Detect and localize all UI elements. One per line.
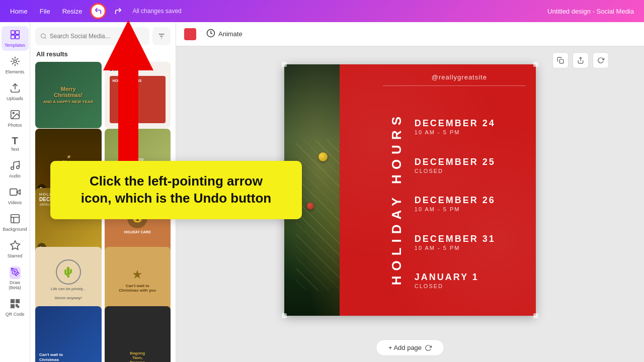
card-divider <box>383 85 526 86</box>
svg-point-7 <box>13 112 14 114</box>
schedule-entry-0: DECEMBER 24 10 AM - 5 PM <box>415 118 524 135</box>
sidebar: Templates Elements Uploads Photos T Text <box>0 22 30 362</box>
canvas-actions <box>552 52 609 68</box>
sidebar-item-videos[interactable]: Videos <box>2 184 29 208</box>
template-item[interactable]: ★ Can't wait toChristmas with you <box>105 247 171 313</box>
animate-button[interactable]: Animate <box>202 27 247 42</box>
svg-marker-13 <box>10 241 19 249</box>
color-swatch-button[interactable] <box>184 28 196 40</box>
sidebar-item-text[interactable]: T Text <box>2 133 29 155</box>
add-page-button[interactable]: + Add page <box>376 339 444 356</box>
audio-label: Audio <box>9 173 21 178</box>
undo-button[interactable] <box>90 3 106 19</box>
add-page-bar: + Add page <box>176 333 644 362</box>
elements-icon <box>10 56 21 68</box>
sidebar-item-audio[interactable]: Audio <box>2 157 29 182</box>
sidebar-item-uploads[interactable]: Uploads <box>2 79 29 104</box>
sidebar-item-templates[interactable]: Templates <box>2 26 29 51</box>
template-item[interactable]: BagongTaon,Bagong 2023 Goals <box>105 306 171 362</box>
design-card[interactable]: @reallygreatsite HOLIDAY HOURS DECEMBER … <box>284 64 536 316</box>
schedule-date-4: JANUARY 1 <box>415 272 479 283</box>
resize-handle-tl[interactable] <box>282 62 287 67</box>
draw-label: Draw (Beta) <box>4 280 27 290</box>
draw-icon <box>10 266 21 279</box>
template-item[interactable]: 🌵 Life can be prickly...bloom anyway! <box>35 247 102 313</box>
header-bar: Home File Resize All changes saved Untit… <box>0 0 644 22</box>
schedule-date-1: DECEMBER 25 <box>415 157 496 167</box>
svg-rect-3 <box>15 35 19 39</box>
card-red-bg: @reallygreatsite HOLIDAY HOURS DECEMBER … <box>340 64 536 316</box>
add-page-label: + Add page <box>388 344 422 351</box>
redo-button[interactable] <box>110 3 126 19</box>
canvas-toolbar: Animate <box>176 22 644 46</box>
search-input[interactable] <box>50 33 144 40</box>
canvas-wrapper: @reallygreatsite HOLIDAY HOURS DECEMBER … <box>274 46 546 333</box>
file-button[interactable]: File <box>36 6 54 17</box>
document-title: Untitled design - Social Media <box>547 8 634 15</box>
filter-icon <box>157 32 166 40</box>
search-icon <box>40 33 47 40</box>
photos-label: Photos <box>8 123 22 128</box>
videos-icon <box>10 187 21 199</box>
schedule-time-4: CLOSED <box>415 283 443 289</box>
schedule-entry-1: DECEMBER 25 CLOSED <box>415 157 524 174</box>
schedule-time-3: 10 AM - 5 PM <box>415 245 460 251</box>
sidebar-item-draw[interactable]: Draw (Beta) <box>2 263 29 293</box>
filter-button[interactable] <box>152 27 171 45</box>
sidebar-item-elements[interactable]: Elements <box>2 53 29 77</box>
background-label: Background <box>3 227 27 232</box>
svg-rect-27 <box>559 59 564 63</box>
sidebar-item-starred[interactable]: Starred <box>2 237 29 261</box>
template-item[interactable]: Can't wait toChristmaswith you <box>35 306 102 362</box>
search-input-wrapper <box>35 27 149 45</box>
card-schedule: DECEMBER 24 10 AM - 5 PM DECEMBER 25 CLO… <box>403 92 536 316</box>
sidebar-item-photos[interactable]: Photos <box>2 106 29 131</box>
ornament <box>318 152 328 161</box>
sidebar-item-qrcode[interactable]: QR Code <box>2 295 29 320</box>
schedule-entry-4: JANUARY 1 CLOSED <box>415 272 524 289</box>
results-label: All results <box>30 48 176 62</box>
svg-line-22 <box>45 37 46 38</box>
schedule-time-0: 10 AM - 5 PM <box>415 129 460 135</box>
resize-handle-br[interactable] <box>533 313 538 318</box>
resize-handle-tr[interactable] <box>533 62 538 67</box>
text-icon: T <box>12 136 18 146</box>
svg-rect-20 <box>12 306 13 307</box>
starred-icon <box>10 240 21 252</box>
schedule-time-1: CLOSED <box>415 168 443 174</box>
svg-point-4 <box>14 60 17 63</box>
refresh-button[interactable] <box>593 52 609 68</box>
search-bar <box>30 22 176 48</box>
resize-button[interactable]: Resize <box>58 6 87 17</box>
sidebar-item-background[interactable]: Background <box>2 210 29 235</box>
template-item[interactable]: Schedule HOLIDAY HOURS <box>105 62 171 128</box>
save-status: All changes saved <box>132 8 181 15</box>
card-username: @reallygreatsite <box>383 73 536 81</box>
home-button[interactable]: Home <box>6 6 32 17</box>
templates-label: Templates <box>5 43 25 48</box>
schedule-date-2: DECEMBER 26 <box>415 195 496 206</box>
schedule-time-2: 10 AM - 5 PM <box>415 206 460 212</box>
svg-rect-12 <box>11 215 19 223</box>
svg-rect-1 <box>15 31 19 34</box>
starred-label: Starred <box>8 253 23 258</box>
schedule-date-3: DECEMBER 31 <box>415 234 496 244</box>
videos-label: Videos <box>8 200 22 205</box>
share-button[interactable] <box>573 52 589 68</box>
photos-icon <box>10 109 21 122</box>
qrcode-label: QR Code <box>6 312 25 317</box>
uploads-icon <box>10 82 21 95</box>
uploads-label: Uploads <box>7 96 23 101</box>
audio-icon <box>10 160 21 172</box>
schedule-entry-2: DECEMBER 26 10 AM - 5 PM <box>415 195 524 212</box>
background-icon <box>10 213 21 226</box>
tooltip-overlay: Click the left-pointing arrowicon, which… <box>50 161 302 219</box>
elements-label: Elements <box>6 69 25 74</box>
animate-label: Animate <box>218 30 243 38</box>
schedule-date-0: DECEMBER 24 <box>415 118 496 129</box>
svg-rect-0 <box>11 31 14 34</box>
resize-handle-bl[interactable] <box>282 313 287 318</box>
copy-button[interactable] <box>552 52 569 68</box>
tooltip-text: Click the left-pointing arrowicon, which… <box>65 173 287 207</box>
template-item[interactable]: MerryChristmas!AND A HAPPY NEW YEAR <box>35 62 102 128</box>
